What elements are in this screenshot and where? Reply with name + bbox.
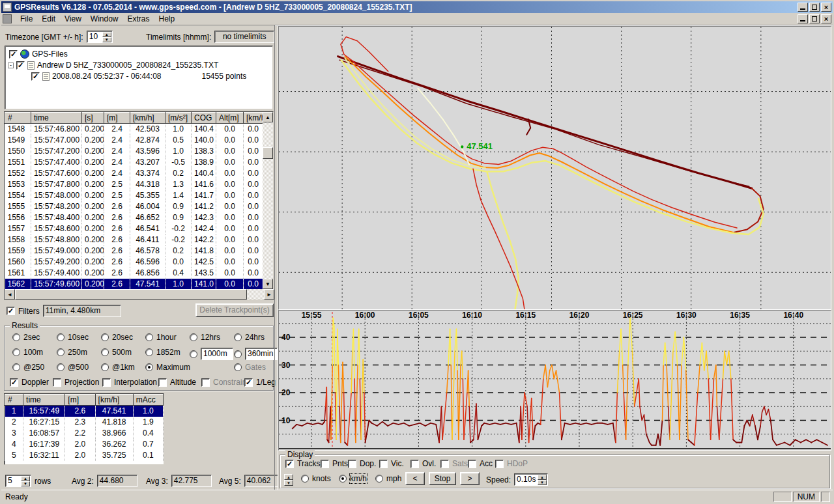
tree-root-row[interactable]: ✓ GPS-Files — [9, 49, 68, 59]
col-header[interactable]: COG — [192, 113, 216, 124]
radio-icon[interactable] — [190, 333, 197, 341]
radio-icon[interactable] — [234, 363, 242, 371]
checkbox-icon[interactable] — [410, 460, 419, 468]
table-row[interactable]: 155715:57:48.6000.2002.646.541-0.2142.40… — [5, 223, 263, 234]
trackpoint-table[interactable]: #time[s][m][km/h][m/s²]COGAlt[m][km/h154… — [5, 112, 263, 290]
col-header[interactable]: [m] — [104, 113, 130, 124]
table-row[interactable]: 156215:57:49.6000.2002.647.5411.0141.00.… — [5, 279, 263, 290]
radio-1km[interactable]: @1km — [101, 363, 135, 372]
timezone-input[interactable]: 10 ▲▼ — [87, 31, 113, 43]
result-row[interactable]: 416:17:392.036.2620.7 — [5, 439, 164, 450]
filters-checkbox[interactable]: ✓ — [7, 307, 15, 315]
result-row[interactable]: 516:32:112.035.7250.1 — [5, 450, 164, 461]
close-button[interactable]: × — [821, 3, 831, 12]
table-vscrollbar[interactable]: ▲ ▼ — [263, 112, 273, 289]
unit-radio-knots[interactable]: knots — [301, 474, 331, 483]
minimize-button[interactable] — [798, 3, 808, 12]
table-row[interactable]: 155415:57:48.0000.2002.545.3551.4141.70.… — [5, 190, 263, 201]
delete-trackpoints-button[interactable]: Delete Trackpoint(s) — [195, 303, 274, 317]
col-header[interactable]: [m/s²] — [165, 113, 192, 124]
menu-view[interactable]: View — [60, 13, 86, 25]
menu-extras[interactable]: Extras — [123, 13, 154, 25]
col-header[interactable]: Alt[m] — [216, 113, 244, 124]
checkbox-icon[interactable] — [495, 460, 504, 468]
col-header[interactable]: time — [23, 395, 65, 406]
table-row[interactable]: 155815:57:48.8000.2002.646.411-0.2142.20… — [5, 234, 263, 245]
radio-20sec[interactable]: 20sec — [101, 333, 133, 342]
radio-icon[interactable] — [145, 348, 153, 356]
radio-icon[interactable] — [301, 475, 309, 483]
radio-icon[interactable] — [234, 333, 242, 341]
radio-icon[interactable] — [101, 333, 109, 341]
child-close-button[interactable]: × — [821, 14, 831, 23]
radio-100m[interactable]: 100m — [12, 348, 43, 357]
radio-icon[interactable] — [12, 348, 20, 356]
checkbox-icon[interactable] — [102, 378, 111, 387]
checkbox-icon[interactable]: ✓ — [285, 460, 294, 468]
child-minimize-button[interactable] — [798, 14, 808, 23]
tree-session-row[interactable]: ✓ 2008.08.24 05:52:37 - 06:44:08 15455 p… — [31, 71, 246, 81]
radio-icon[interactable] — [234, 350, 242, 358]
table-row[interactable]: 155915:57:49.0000.2002.646.5780.2141.80.… — [5, 245, 263, 257]
checkbox-icon[interactable] — [53, 378, 61, 387]
session-checkbox[interactable]: ✓ — [31, 72, 40, 81]
tree-file-row[interactable]: - ✓ Andrew D 5HZ_733000005_20080824_1552… — [8, 60, 218, 70]
check-altitude[interactable]: Altitude — [158, 378, 196, 387]
results-table[interactable]: #time[m][km/h]mAcc115:57:492.647.5411.02… — [5, 394, 164, 461]
radio-icon[interactable] — [145, 333, 153, 341]
custom-distance-input[interactable]: 360min — [245, 348, 278, 360]
radio-icon[interactable] — [57, 363, 65, 371]
checkbox-icon[interactable] — [440, 460, 449, 468]
display-check-tracks[interactable]: ✓Tracks — [285, 459, 321, 468]
radio-custom4[interactable]: 1000m — [190, 348, 233, 360]
menu-edit[interactable]: Edit — [37, 13, 60, 25]
speed-down-icon[interactable]: ▼ — [538, 480, 547, 485]
table-row[interactable]: 154815:57:46.8000.2002.442.5031.0140.40.… — [5, 124, 263, 135]
hscroll-thumb[interactable] — [15, 289, 247, 300]
checkbox-icon[interactable] — [158, 378, 167, 387]
table-row[interactable]: 155615:57:48.4000.2002.646.6520.9142.30.… — [5, 212, 263, 223]
display-check-pnts[interactable]: Pnts — [321, 459, 348, 468]
collapse-icon[interactable]: - — [8, 63, 14, 68]
root-checkbox[interactable]: ✓ — [9, 50, 18, 59]
col-header[interactable]: [s] — [82, 113, 104, 124]
checkbox-icon[interactable] — [201, 378, 210, 387]
speed-graph[interactable]: 15:5516:0016:0516:1016:1516:2016:2516:30… — [278, 310, 831, 451]
checkbox-icon[interactable]: ✓ — [244, 378, 253, 387]
display-check-vic[interactable]: Vic. — [379, 459, 404, 468]
checkbox-icon[interactable] — [321, 460, 329, 468]
radio-24hrs[interactable]: 24hrs — [234, 333, 265, 342]
result-row[interactable]: 115:57:492.647.5411.0 — [5, 406, 164, 417]
radio-icon[interactable] — [12, 333, 20, 341]
timelimits-value[interactable]: no timelimits — [214, 31, 274, 43]
radio-custom5[interactable]: 360min — [234, 348, 278, 360]
table-row[interactable]: 155015:57:47.2000.2002.443.5961.0138.30.… — [5, 146, 263, 157]
unit-radio-mph[interactable]: mph — [375, 474, 401, 483]
checkbox-icon[interactable] — [348, 460, 356, 468]
radio-500[interactable]: @500 — [57, 363, 89, 372]
radio-icon[interactable] — [339, 475, 347, 483]
table-row[interactable]: 155315:57:47.8000.2002.544.3181.3141.60.… — [5, 179, 263, 190]
radio-icon[interactable] — [101, 348, 109, 356]
col-header[interactable]: [m] — [65, 395, 95, 406]
col-header[interactable]: # — [5, 113, 31, 124]
radio-icon[interactable] — [57, 333, 65, 341]
checkbox-icon[interactable] — [379, 460, 388, 468]
radio-icon[interactable] — [12, 363, 20, 371]
menu-help[interactable]: Help — [154, 13, 180, 25]
radio-250[interactable]: @250 — [12, 363, 44, 372]
table-row[interactable]: 155115:57:47.4000.2002.443.207-0.5138.90… — [5, 157, 263, 168]
document-icon[interactable] — [3, 14, 12, 23]
col-header[interactable]: [km/h] — [95, 395, 133, 406]
step-back-button[interactable]: < — [405, 472, 425, 485]
radio-maximum[interactable]: Maximum — [145, 363, 190, 372]
table-row[interactable]: 154915:57:47.0000.2002.442.8740.5140.00.… — [5, 135, 263, 146]
check-constrain[interactable]: Constrain — [201, 378, 246, 387]
check-projection[interactable]: Projection — [53, 378, 99, 387]
speed-input[interactable]: 0.10s ▲▼ — [514, 473, 548, 486]
check-doppler[interactable]: ✓Doppler — [10, 378, 49, 387]
scroll-left-icon[interactable]: ◄ — [5, 289, 15, 300]
display-check-hdop[interactable]: HDoP — [495, 459, 528, 468]
scroll-down-icon[interactable]: ▼ — [263, 279, 273, 289]
radio-2sec[interactable]: 2sec — [12, 333, 40, 342]
